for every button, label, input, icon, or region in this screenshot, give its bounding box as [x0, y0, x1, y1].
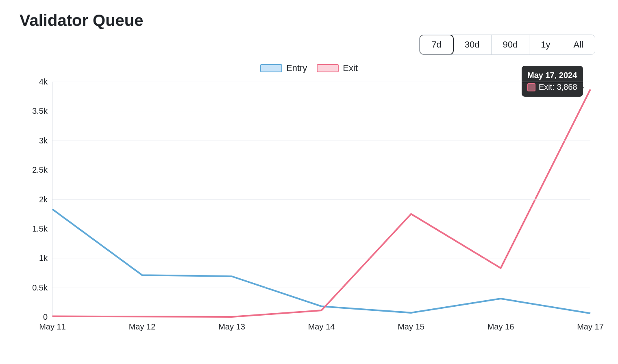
legend-exit-label: Exit — [343, 63, 358, 74]
grid-line — [52, 258, 590, 258]
x-axis-label: May 11 — [39, 322, 66, 332]
grid-line — [52, 170, 590, 170]
x-axis-label: May 13 — [218, 322, 245, 332]
y-axis-label: 4k — [39, 77, 48, 87]
range-90d[interactable]: 90d — [492, 35, 530, 54]
y-axis-label: 2k — [39, 195, 48, 204]
y-axis-label: 3k — [39, 136, 48, 145]
series-exit — [52, 89, 590, 317]
grid-line — [52, 82, 590, 82]
y-axis-label: 1k — [39, 254, 48, 263]
grid-line — [52, 141, 590, 141]
x-axis-label: May 17 — [577, 322, 604, 332]
y-axis-label: 2.5k — [32, 165, 48, 175]
legend-entry-swatch — [260, 64, 282, 72]
range-30d[interactable]: 30d — [453, 35, 492, 54]
y-axis-label: 3.5k — [32, 106, 48, 116]
range-1y[interactable]: 1y — [529, 35, 562, 54]
y-axis-label: 0.5k — [32, 283, 48, 292]
chart-legend: Entry Exit — [20, 63, 598, 74]
time-range-group: 7d30d90d1yAll — [419, 35, 595, 55]
legend-entry-label: Entry — [286, 63, 307, 74]
x-axis-label: May 12 — [129, 322, 156, 332]
grid-line — [52, 199, 590, 200]
series-entry — [52, 209, 590, 313]
range-all[interactable]: All — [562, 35, 595, 54]
legend-exit[interactable]: Exit — [317, 63, 358, 74]
x-axis-label: May 16 — [487, 322, 514, 332]
page-title: Validator Queue — [20, 11, 598, 30]
grid-line — [52, 111, 590, 111]
grid-line — [52, 229, 590, 229]
x-axis-label: May 15 — [398, 322, 424, 332]
y-axis-label: 1.5k — [32, 224, 48, 233]
range-7d[interactable]: 7d — [419, 35, 453, 55]
legend-exit-swatch — [317, 64, 339, 72]
legend-entry[interactable]: Entry — [260, 63, 307, 74]
x-axis-label: May 14 — [308, 322, 335, 332]
grid-line — [52, 288, 590, 288]
chart[interactable]: May 17, 2024 Exit: 3,868 00.5k1k1.5k2k2.… — [20, 78, 598, 338]
y-axis-label: 0 — [43, 312, 48, 322]
